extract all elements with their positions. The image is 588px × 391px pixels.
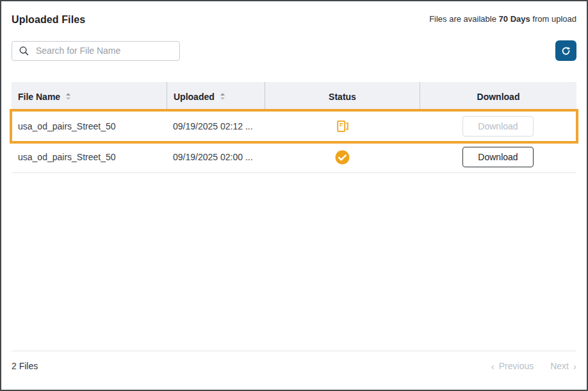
sort-icon[interactable] (65, 92, 71, 101)
uploaded-files-panel: Uploaded Files Files are available 70 Da… (0, 0, 588, 391)
files-table: File Name Uploaded (12, 82, 576, 173)
download-button[interactable]: Download (462, 116, 533, 137)
status-cell (265, 119, 420, 134)
search-row (12, 40, 576, 61)
availability-prefix: Files are available (429, 14, 496, 24)
column-label: Uploaded (174, 92, 215, 102)
search-box (12, 41, 180, 61)
download-cell: Download (420, 147, 576, 167)
file-name-cell: usa_od_pairs_Street_50 (12, 152, 167, 162)
file-processing-icon (334, 119, 350, 134)
refresh-button[interactable] (555, 40, 576, 61)
pagination: ‹ Previous Next › (491, 361, 576, 371)
chevron-left-icon: ‹ (491, 362, 494, 371)
previous-button[interactable]: ‹ Previous (491, 361, 534, 371)
availability-note: Files are available 70 Days from upload (429, 14, 576, 24)
column-label: Download (477, 92, 520, 102)
table-row: usa_od_pairs_Street_50 09/19/2025 02:00 … (12, 142, 576, 173)
previous-label: Previous (499, 361, 534, 371)
uploaded-cell: 09/19/2025 02:00 ... (167, 152, 265, 162)
status-cell (265, 149, 420, 165)
sort-icon[interactable] (220, 92, 225, 101)
uploaded-cell: 09/19/2025 02:12 ... (167, 121, 265, 131)
chevron-right-icon: › (573, 362, 576, 371)
search-icon (19, 46, 29, 56)
next-button[interactable]: Next › (550, 361, 576, 371)
column-header-status: Status (265, 82, 420, 111)
table-footer: 2 Files ‹ Previous Next › (12, 351, 576, 371)
download-button[interactable]: Download (462, 147, 533, 167)
column-label: File Name (18, 92, 60, 102)
refresh-icon (560, 46, 571, 56)
availability-suffix: from upload (532, 14, 576, 24)
column-header-download: Download (420, 82, 576, 111)
file-name-cell: usa_od_pairs_Street_50 (12, 121, 167, 131)
file-count: 2 Files (12, 361, 38, 371)
page-title: Uploaded Files (12, 14, 85, 26)
column-header-uploaded[interactable]: Uploaded (167, 82, 265, 111)
next-label: Next (550, 361, 569, 371)
top-bar: Uploaded Files Files are available 70 Da… (12, 14, 576, 26)
table-row: usa_od_pairs_Street_50 09/19/2025 02:12 … (12, 111, 576, 142)
download-cell: Download (420, 116, 576, 137)
column-label: Status (329, 92, 356, 102)
availability-days: 70 Days (499, 14, 530, 24)
search-input[interactable] (35, 45, 173, 56)
check-circle-icon (334, 149, 350, 165)
column-header-file-name[interactable]: File Name (12, 82, 167, 111)
table-header-row: File Name Uploaded (12, 82, 576, 111)
